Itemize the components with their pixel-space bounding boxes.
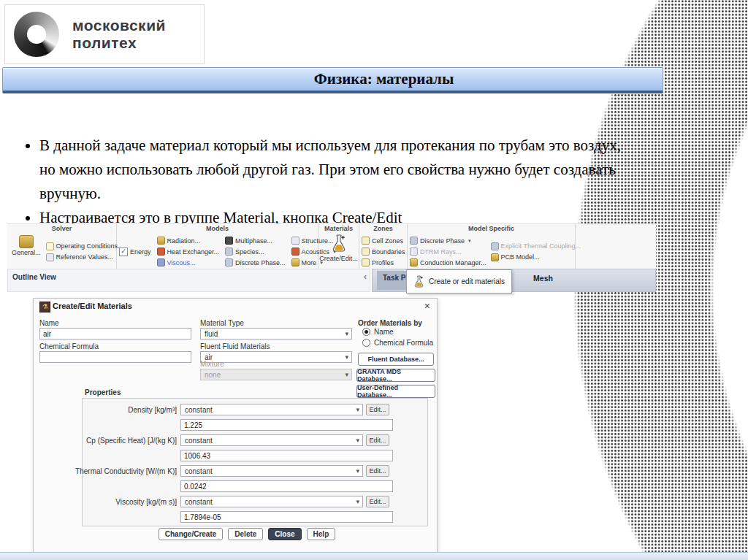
radiation-button[interactable]: Radiation... — [155, 235, 222, 246]
zones-group-label: Zones — [359, 225, 407, 232]
fluent-ribbon: Solver General... Operating Conditions..… — [7, 223, 656, 269]
close-icon[interactable]: × — [424, 300, 430, 312]
energy-checkbox[interactable] — [119, 248, 128, 256]
order-by-chemical-formula-option[interactable]: Chemical Formula — [362, 339, 433, 347]
logo-text: московский политех — [72, 17, 166, 51]
ribbon-group-model-specific: Model Specific Discrete Phase DTRM Rays.… — [408, 224, 576, 269]
general-icon — [19, 235, 34, 248]
conduction-manager-icon — [410, 258, 418, 266]
property-row-viscosity: Viscosity [kg/(m s)] constant Edit... — [34, 496, 437, 525]
density-model-select[interactable]: constant — [180, 404, 363, 415]
tooltip-text: Create or edit materials — [429, 277, 505, 285]
bullet-list: В данной задаче материал который мы испо… — [16, 134, 624, 230]
cp-label: Cp (Specific Heat) [J/(kg K)] — [48, 437, 177, 445]
general-label: General... — [12, 249, 41, 256]
discrete-phase-button[interactable]: Discrete Phase... — [223, 257, 288, 268]
boundaries-button[interactable]: Boundaries — [359, 246, 407, 257]
flask-icon — [413, 275, 424, 288]
pcb-model-icon — [491, 253, 499, 261]
heat-exchanger-button[interactable]: Heat Exchanger... — [155, 246, 222, 257]
order-materials-by-label: Order Materials by — [358, 319, 422, 327]
species-icon — [225, 248, 233, 256]
help-button[interactable]: Help — [307, 528, 336, 540]
pcb-model-button[interactable]: PCB Model... — [489, 252, 583, 263]
close-button[interactable]: Close — [268, 528, 301, 540]
delete-button[interactable]: Delete — [228, 528, 263, 540]
logo-line2: политех — [72, 34, 166, 52]
material-type-label: Material Type — [200, 319, 244, 327]
slide: московский политех Физика: материалы В д… — [0, 0, 748, 560]
ribbon-group-models: Models Energy Radiation... Heat Exchange… — [117, 224, 318, 269]
material-type-select[interactable]: fluid — [200, 328, 352, 340]
acoustics-icon — [291, 248, 299, 256]
discrete-phase-dropdown[interactable]: Discrete Phase — [408, 235, 489, 246]
multiphase-button[interactable]: Multiphase... — [223, 235, 288, 246]
multiphase-icon — [225, 237, 233, 245]
cp-value-input[interactable] — [180, 450, 393, 461]
explicit-thermal-coupling-button: Explicit Thermal Coupling... — [489, 241, 583, 252]
fluent-database-button[interactable]: Fluent Database... — [358, 353, 434, 366]
density-value-input[interactable] — [180, 419, 393, 431]
thermal-conductivity-value-input[interactable] — [180, 480, 393, 492]
conduction-manager-button[interactable]: Conduction Manager... — [408, 257, 489, 268]
viscous-button[interactable]: Viscous... — [155, 257, 222, 268]
dtrm-rays-button: DTRM Rays... — [408, 246, 489, 257]
create-edit-materials-icon[interactable] — [331, 234, 347, 253]
edit-button[interactable]: Edit... — [366, 434, 389, 446]
radio-unselected-icon[interactable] — [362, 339, 370, 347]
name-label: Name — [39, 319, 59, 327]
viscosity-label: Viscosity [kg/(m s)] — [48, 498, 177, 506]
structure-icon — [291, 237, 299, 245]
property-row-density: Density [kg/m³] constant Edit... — [34, 404, 437, 433]
create-edit-tooltip: Create or edit materials — [406, 269, 512, 294]
heat-exchanger-icon — [157, 248, 165, 256]
general-button[interactable]: General... — [12, 234, 41, 269]
edit-button[interactable]: Edit... — [366, 465, 389, 477]
dialog-flask-icon: ⚗ — [39, 302, 50, 312]
fluent-fluid-materials-label: Fluent Fluid Materials — [200, 342, 270, 350]
mixture-select: none — [200, 369, 352, 380]
ribbon-group-zones: Zones Cell Zones Boundaries Profiles — [359, 224, 408, 269]
outline-view-pane[interactable]: Outline View ‹ — [7, 269, 370, 292]
explicit-thermal-coupling-icon — [491, 242, 499, 250]
order-by-name-option[interactable]: Name — [362, 328, 394, 336]
reference-values-button[interactable]: Reference Values... — [44, 252, 126, 263]
boundaries-icon — [362, 248, 370, 256]
discrete-phase-icon — [225, 258, 233, 266]
user-defined-database-button[interactable]: User-Defined Database... — [356, 385, 435, 398]
change-create-button[interactable]: Change/Create — [159, 528, 224, 540]
model-specific-group-label: Model Specific — [408, 225, 575, 232]
thermal-conductivity-model-select[interactable]: constant — [180, 465, 363, 477]
dialog-footer: Change/Create Delete Close Help — [34, 528, 437, 540]
outline-task-bar: Outline View ‹ Task Page Mesh — [7, 269, 656, 292]
profiles-button[interactable]: Profiles — [359, 257, 407, 268]
property-row-thermal-conductivity: Thermal Conductivity [W/(m K)] constant … — [34, 465, 437, 494]
energy-toggle[interactable]: Energy — [117, 246, 153, 257]
more-icon — [291, 258, 299, 266]
edit-button[interactable]: Edit... — [366, 404, 389, 415]
discrete-phase-ms-icon — [410, 237, 418, 245]
property-row-cp: Cp (Specific Heat) [J/(kg K)] constant E… — [34, 434, 437, 464]
granta-mds-database-button[interactable]: GRANTA MDS Database... — [356, 369, 435, 382]
dialog-title: Create/Edit Materials — [53, 302, 132, 310]
chemical-formula-input[interactable] — [39, 351, 191, 363]
operating-conditions-button[interactable]: Operating Conditions... — [44, 241, 126, 252]
viscous-icon — [157, 258, 165, 266]
cp-model-select[interactable]: constant — [180, 434, 363, 446]
name-input[interactable] — [39, 328, 191, 340]
reference-values-icon — [46, 253, 54, 261]
bullet-item: В данной задаче материал который мы испо… — [39, 134, 624, 206]
create-edit-button[interactable]: Create/Edit... — [318, 253, 359, 264]
ribbon-group-solver: Solver General... Operating Conditions..… — [7, 224, 117, 269]
slide-title-bar: Физика: материалы — [2, 67, 663, 93]
edit-button[interactable]: Edit... — [366, 496, 389, 507]
cell-zones-button[interactable]: Cell Zones — [359, 235, 407, 246]
radio-selected-icon[interactable] — [362, 328, 370, 336]
logo-line1: московский — [72, 17, 166, 34]
solver-group-label: Solver — [7, 225, 116, 232]
collapse-chevron-icon[interactable]: ‹ — [364, 272, 367, 282]
viscosity-value-input[interactable] — [180, 511, 393, 523]
viscosity-model-select[interactable]: constant — [180, 496, 363, 507]
species-button[interactable]: Species... — [223, 246, 288, 257]
radiation-icon — [157, 237, 165, 245]
